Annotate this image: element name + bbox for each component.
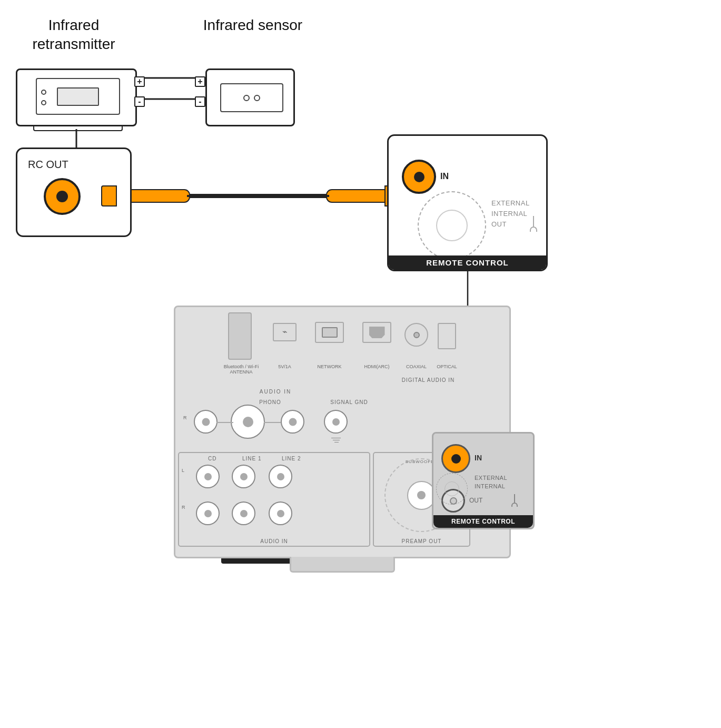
phono-line-right bbox=[264, 422, 281, 423]
ir-sensor-dot-2 bbox=[254, 95, 260, 101]
rc-out-label: RC OUT bbox=[28, 159, 68, 171]
rca-plug-left bbox=[101, 185, 117, 206]
gnd-line3 bbox=[334, 442, 339, 442]
ir-sensor-inner bbox=[220, 83, 283, 112]
remote-sensor-dial-lower bbox=[436, 473, 468, 505]
remote-control-panel-upper: IN EXTERNAL INTERNAL OUT REMOTE CONTROL bbox=[387, 134, 548, 271]
device-foot bbox=[290, 557, 395, 573]
network-label: NETWORK bbox=[310, 364, 349, 369]
remote-in-center-lower bbox=[451, 454, 461, 464]
remote-in-center-upper bbox=[414, 172, 424, 182]
remote-control-label-lower: REMOTE CONTROL bbox=[433, 515, 533, 528]
line1-r-port bbox=[232, 501, 255, 525]
rc-out-center bbox=[56, 191, 68, 202]
signal-gnd-label: SIGNAL GND bbox=[323, 399, 376, 405]
remote-control-label-upper: REMOTE CONTROL bbox=[389, 255, 546, 270]
remote-dial-inner-lower bbox=[445, 481, 459, 496]
in-label-upper: IN bbox=[440, 172, 449, 181]
hdmi-port bbox=[362, 322, 391, 343]
signal-gnd-port bbox=[324, 410, 348, 434]
retransmitter-plus-terminal: + bbox=[134, 76, 145, 87]
gnd-line2 bbox=[333, 440, 340, 440]
ir-retrans-screen bbox=[57, 87, 99, 106]
cd-l-port bbox=[196, 465, 220, 488]
infrared-retransmitter-label: Infrared retransmitter bbox=[16, 16, 132, 54]
line1-label: LINE 1 bbox=[242, 456, 262, 461]
bluetooth-wifi-slot bbox=[228, 312, 252, 360]
remote-in-connector-upper bbox=[402, 160, 436, 194]
sensor-plus-terminal: + bbox=[195, 76, 205, 87]
ir-retrans-inner bbox=[36, 78, 120, 115]
ir-dot-1 bbox=[41, 90, 46, 95]
in-label-lower: IN bbox=[475, 454, 482, 462]
infrared-retransmitter-device bbox=[16, 68, 137, 126]
remote-control-panel-lower: IN OUT EXTERNAL INTERNAL REMOTE CONTROL bbox=[432, 432, 535, 529]
antenna-symbol-upper bbox=[530, 216, 537, 232]
ir-retrans-feet bbox=[33, 125, 123, 131]
lower-l-label: L bbox=[182, 468, 184, 473]
infrared-sensor-device bbox=[205, 68, 295, 126]
out-label-lower: OUT bbox=[469, 497, 482, 504]
gnd-line1 bbox=[331, 438, 341, 438]
phono-r-label: R bbox=[183, 415, 187, 420]
line1-l-port bbox=[232, 465, 255, 488]
phono-l-port bbox=[281, 410, 304, 434]
hdmi-label: HDMI(ARC) bbox=[354, 364, 399, 369]
phono-label: PHONO bbox=[244, 399, 297, 405]
internal-label-lower: INTERNAL bbox=[475, 483, 505, 489]
digital-audio-in-label: DIGITAL AUDIO IN bbox=[376, 377, 481, 383]
audio-in-section-label-top: AUDIO IN bbox=[175, 389, 376, 395]
usb-port: ⌁ bbox=[273, 323, 297, 341]
phono-line-left bbox=[216, 422, 233, 423]
audio-in-bottom-label: AUDIO IN bbox=[179, 538, 369, 544]
ir-sensor-dot-1 bbox=[243, 95, 250, 101]
retransmitter-minus-terminal: - bbox=[134, 96, 145, 107]
internal-label-upper: INTERNAL bbox=[491, 210, 527, 218]
out-label-upper: OUT bbox=[491, 220, 507, 228]
preamp-out-label: PREAMP OUT bbox=[374, 538, 469, 544]
line2-l-port bbox=[269, 465, 292, 488]
phono-r-port bbox=[194, 410, 218, 434]
remote-dial-inner-upper bbox=[436, 210, 468, 241]
diagram: Infrared retransmitter Infrared sensor +… bbox=[0, 0, 721, 728]
optical-label: OPTICAL bbox=[430, 364, 464, 369]
phono-center-port bbox=[231, 405, 265, 439]
optical-port bbox=[438, 323, 456, 349]
infrared-sensor-label: Infrared sensor bbox=[200, 16, 305, 35]
cd-r-port bbox=[196, 501, 220, 525]
coaxial-port bbox=[404, 323, 428, 347]
lower-r-label: R bbox=[182, 505, 185, 510]
cd-label: CD bbox=[208, 456, 216, 461]
line2-r-port bbox=[269, 501, 292, 525]
antenna-symbol-lower bbox=[511, 494, 518, 507]
line2-label: LINE 2 bbox=[282, 456, 301, 461]
external-label-lower: EXTERNAL bbox=[475, 475, 507, 481]
audio-in-lower-section: CD LINE 1 LINE 2 L R bbox=[178, 452, 370, 547]
external-label-upper: EXTERNAL bbox=[491, 199, 530, 207]
sensor-minus-terminal: - bbox=[195, 96, 205, 107]
rc-out-connector bbox=[44, 178, 81, 215]
remote-in-connector-lower bbox=[441, 444, 470, 473]
ir-dot-2 bbox=[41, 100, 46, 105]
network-port bbox=[315, 322, 344, 343]
usb-label: 5V/1A bbox=[268, 364, 302, 369]
bluetooth-wifi-label: Bluetooth / Wi-Fi ANTENNA bbox=[215, 364, 268, 375]
